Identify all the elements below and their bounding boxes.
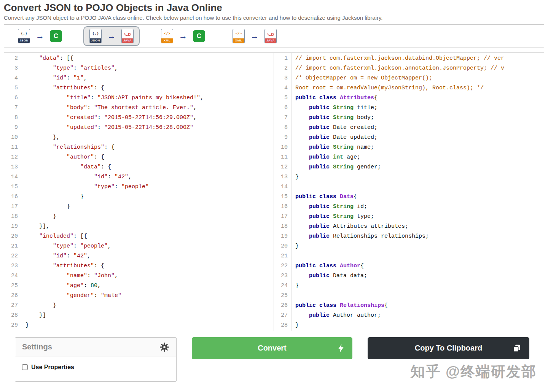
code-line: 9 "updated": "2015-05-22T14:56:28.000Z" — [4, 123, 274, 133]
code-line: 15public class Data{ — [274, 192, 544, 202]
code-line: 18 public Attributes attributes; — [274, 222, 544, 232]
code-text: "created": "2015-05-22T14:56:29.000Z", — [22, 113, 197, 123]
arrow-icon: → — [179, 32, 187, 40]
line-number: 22 — [4, 251, 22, 261]
line-number: 9 — [274, 133, 292, 143]
code-line: 1// import com.fasterxml.jackson.databin… — [274, 54, 544, 63]
json-input-editor[interactable]: 2 "data": [{3 "type": "articles",4 "id":… — [4, 53, 274, 331]
line-number: 24 — [274, 281, 292, 291]
java-badge: JAVA — [265, 38, 276, 43]
line-number: 17 — [4, 202, 22, 212]
line-number: 18 — [274, 222, 292, 232]
xml-glyph: </> — [161, 29, 173, 38]
converter-xml-to-csharp[interactable]: </>XML→C — [155, 26, 211, 46]
line-number: 18 — [4, 212, 22, 222]
line-number: 4 — [274, 83, 292, 93]
code-text: "attributes": { — [22, 83, 104, 93]
line-number: 20 — [274, 241, 292, 251]
code-line: 28} — [274, 321, 544, 330]
line-number: 17 — [274, 212, 292, 222]
json-glyph: {:} — [18, 29, 30, 38]
code-line: 7 public String body; — [274, 113, 544, 123]
line-number: 10 — [4, 133, 22, 143]
code-text: "gender": "male" — [22, 291, 121, 301]
line-number: 12 — [4, 152, 22, 162]
code-line: 24} — [274, 281, 544, 291]
code-text: "updated": "2015-05-22T14:56:28.000Z" — [22, 123, 193, 133]
code-line: 20 "included": [{ — [4, 232, 274, 241]
code-text: "title": "JSON:API paints my bikeshed!", — [22, 93, 204, 103]
code-line: 11 "relationships": { — [4, 143, 274, 152]
line-number: 24 — [4, 271, 22, 281]
code-text: "age": 80, — [22, 281, 101, 291]
code-text: "id": "42", — [22, 251, 91, 261]
main-panel: 2 "data": [{3 "type": "articles",4 "id":… — [4, 52, 544, 391]
code-line: 21 — [274, 251, 544, 261]
code-line: 2// import com.fasterxml.jackson.annotat… — [274, 63, 544, 73]
code-text: } — [292, 172, 299, 182]
code-text: public String name; — [292, 143, 374, 152]
code-text: "author": { — [22, 152, 104, 162]
code-line: 21 "type": "people", — [4, 241, 274, 251]
page-header: Convert JSON to POJO Objects in Java Onl… — [0, 0, 548, 21]
code-text: "type": "articles", — [22, 63, 118, 73]
line-number: 28 — [274, 321, 292, 330]
json-badge: JSON — [18, 38, 30, 43]
code-text: } — [22, 202, 70, 212]
code-line: 15 "type": "people" — [4, 182, 274, 192]
code-text — [292, 251, 295, 261]
settings-header: Settings — [15, 338, 176, 357]
code-text: "body": "The shortest article. Ever.", — [22, 103, 197, 113]
java-file-icon: JAVA — [264, 29, 277, 43]
line-number: 16 — [274, 202, 292, 212]
json-file-icon: {:}JSON — [18, 29, 30, 43]
code-line: 8 public Date created; — [274, 123, 544, 133]
code-line: 17 public String type; — [274, 212, 544, 222]
code-text: "relationships": { — [22, 143, 115, 152]
converter-json-to-csharp[interactable]: {:}JSON→C — [12, 26, 68, 46]
code-line: 14 "id": "42", — [4, 172, 274, 182]
code-line: 26 "gender": "male" — [4, 291, 274, 301]
java-glyph — [122, 29, 133, 38]
code-line: 12 "author": { — [4, 152, 274, 162]
code-text: "name": "John", — [22, 271, 118, 281]
code-text: public Attributes attributes; — [292, 222, 408, 232]
csharp-icon: C — [193, 30, 205, 42]
code-line: 8 "created": "2015-05-22T14:56:29.000Z", — [4, 113, 274, 123]
gear-icon[interactable] — [159, 342, 169, 352]
convert-button[interactable]: Convert — [192, 337, 352, 359]
line-number: 21 — [4, 241, 22, 251]
line-number: 4 — [4, 73, 22, 83]
line-number: 3 — [274, 73, 292, 83]
java-badge: JAVA — [122, 38, 133, 43]
line-number: 15 — [4, 182, 22, 192]
use-properties-checkbox[interactable] — [22, 364, 28, 370]
converter-xml-to-java[interactable]: </>XML→JAVA — [226, 26, 283, 46]
page-title: Convert JSON to POJO Objects in Java Onl… — [4, 2, 544, 13]
code-line: 14 — [274, 182, 544, 192]
converter-json-to-java[interactable]: {:}JSON→JAVA — [83, 26, 140, 46]
code-line: 25 "age": 80, — [4, 281, 274, 291]
use-properties-option[interactable]: Use Properties — [22, 364, 169, 371]
code-text: public String title; — [292, 103, 378, 113]
code-line: 10 }, — [4, 133, 274, 143]
java-glyph — [265, 29, 276, 38]
line-number: 1 — [274, 54, 292, 63]
arrow-icon: → — [36, 32, 44, 40]
code-text — [292, 182, 295, 192]
line-number: 13 — [4, 162, 22, 172]
code-line: 3/* ObjectMapper om = new ObjectMapper()… — [274, 73, 544, 83]
code-line: 28 }] — [4, 311, 274, 321]
xml-badge: XML — [233, 38, 244, 43]
code-line: 20} — [274, 241, 544, 251]
arrow-icon: → — [107, 32, 116, 40]
code-line: 3 "type": "articles", — [4, 63, 274, 73]
line-number: 8 — [274, 123, 292, 133]
code-line: 24 "name": "John", — [4, 271, 274, 281]
code-text: } — [292, 321, 299, 330]
code-text: } — [22, 212, 56, 222]
code-text: } — [22, 321, 29, 330]
java-output-editor[interactable]: 1// import com.fasterxml.jackson.databin… — [274, 53, 544, 331]
code-text: public Date created; — [292, 123, 378, 133]
copy-to-clipboard-button[interactable]: Copy To Clipboard — [368, 337, 529, 359]
